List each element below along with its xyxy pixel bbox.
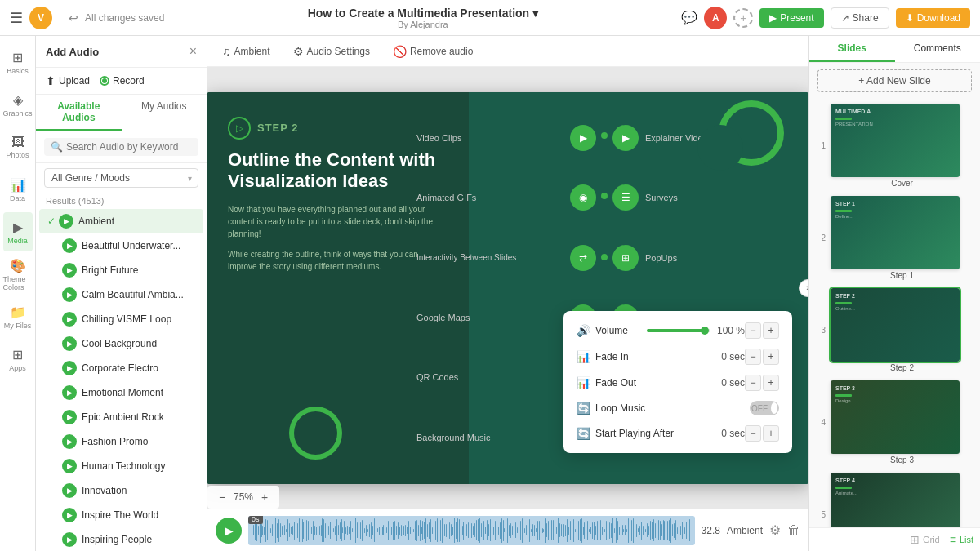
slide-thumb-2[interactable]: 2 STEP 1 Define... Step 1 [814, 194, 975, 282]
volume-handle[interactable] [701, 327, 709, 335]
play-icon[interactable]: ▶ [62, 287, 77, 302]
loop-toggle[interactable]: OFF [750, 401, 779, 415]
audio-item-innovation[interactable]: ▶ Innovation [39, 478, 203, 503]
audio-item-cool[interactable]: ▶ Cool Background [39, 331, 203, 356]
sidebar-item-apps[interactable]: ⊞ Apps [3, 340, 33, 379]
sidebar-item-theme[interactable]: 🎨 Theme Colors [3, 255, 33, 294]
slide-thumb-4[interactable]: 4 STEP 3 Design... Step 3 [814, 379, 975, 466]
document-title[interactable]: How to Create a Multimedia Presentation … [164, 7, 681, 20]
tab-my-audios[interactable]: My Audios [122, 95, 207, 131]
record-button[interactable]: Record [100, 75, 145, 87]
waveform-bar [561, 524, 562, 536]
sidebar-item-data[interactable]: 📊 Data [3, 170, 33, 209]
start-increase-button[interactable]: + [763, 425, 779, 442]
ambient-music-icon: ♫ [222, 45, 231, 58]
waveform-settings-icon[interactable]: ⚙ [769, 522, 781, 538]
play-icon[interactable]: ▶ [62, 312, 77, 327]
play-icon[interactable]: ▶ [62, 532, 77, 547]
share-button[interactable]: ↗ Share [831, 7, 889, 29]
chat-icon[interactable]: 💬 [681, 10, 697, 25]
add-collaborator-icon[interactable]: + [733, 8, 753, 28]
audio-item-bright[interactable]: ▶ Bright Future [39, 258, 203, 282]
play-icon[interactable]: ▶ [62, 238, 77, 253]
waveform-bar [328, 526, 329, 535]
grid-view-button[interactable]: ⊞ [906, 531, 923, 548]
search-input[interactable] [66, 141, 192, 153]
sidebar-item-media[interactable]: ▶ Media [3, 212, 33, 251]
play-icon[interactable]: ▶ [62, 483, 77, 498]
volume-slider[interactable] [647, 329, 710, 332]
add-new-slide-button[interactable]: + Add New Slide [817, 69, 972, 92]
fade-in-increase-button[interactable]: + [763, 349, 779, 365]
photos-label: Photos [6, 151, 29, 159]
waveform-bar [630, 525, 630, 536]
fade-out-increase-button[interactable]: + [763, 375, 779, 391]
waveform-bar [619, 527, 620, 535]
sidebar-item-photos[interactable]: 🖼 Photos [3, 127, 33, 167]
audio-settings-button[interactable]: ⚙ Audio Settings [288, 42, 375, 61]
audio-item-inspire[interactable]: ▶ Inspire The World [39, 503, 203, 527]
sidebar-item-basics[interactable]: ⊞ Basics [3, 42, 33, 82]
fade-in-decrease-button[interactable]: − [745, 349, 761, 365]
audio-item-emotional[interactable]: ▶ Emotional Moment [39, 380, 203, 405]
waveform-bar [390, 519, 390, 542]
audio-item-corporate[interactable]: ▶ Corporate Electro [39, 356, 203, 380]
slide-thumb-5[interactable]: 5 STEP 4 Animate... Step 4 [814, 471, 975, 527]
document-subtitle: By Alejandra [164, 20, 681, 29]
audio-item-beautiful[interactable]: ▶ Beautiful Underwater... [39, 233, 203, 258]
audio-item-human[interactable]: ▶ Human Technology [39, 454, 203, 478]
upload-button[interactable]: ⬆ Upload [46, 74, 90, 87]
tab-comments[interactable]: Comments [895, 36, 981, 62]
audio-item-inspiring[interactable]: ▶ Inspiring People [39, 527, 203, 551]
present-button[interactable]: ▶ Present [760, 8, 823, 28]
delete-track-icon[interactable]: 🗑 [787, 523, 800, 538]
remove-audio-button[interactable]: 🚫 Remove audio [388, 42, 478, 61]
waveform-bar [405, 525, 406, 536]
play-icon[interactable]: ▶ [62, 508, 77, 522]
tab-slides[interactable]: Slides [809, 36, 895, 62]
waveform-bar [319, 526, 320, 535]
audio-close-button[interactable]: × [189, 44, 197, 59]
download-button[interactable]: ⬇ Download [896, 8, 970, 28]
right-panel-tabs: Slides Comments [809, 36, 980, 63]
sidebar-item-graphics[interactable]: ◈ Graphics [3, 85, 33, 124]
play-icon[interactable]: ▶ [62, 434, 77, 449]
fade-out-decrease-button[interactable]: − [745, 375, 761, 391]
list-view-button[interactable]: ≡ [947, 531, 960, 548]
waveform-bar [323, 519, 324, 542]
start-decrease-button[interactable]: − [745, 425, 761, 442]
waveform-bar [386, 527, 387, 533]
slide-thumb-container: STEP 3 Design... Step 3 [831, 380, 973, 464]
audio-item-chilling[interactable]: ▶ Chilling VISME Loop [39, 307, 203, 331]
zoom-in-button[interactable]: + [256, 489, 273, 505]
waveform-bar [403, 526, 404, 535]
play-icon[interactable]: ▶ [62, 459, 77, 473]
zoom-out-button[interactable]: − [214, 489, 230, 505]
menu-icon[interactable]: ☰ [10, 9, 23, 27]
waveform-bar [658, 520, 659, 540]
slide-thumb-3[interactable]: 3 STEP 2 Outline... Step 2 [814, 287, 975, 374]
audio-item-ambient[interactable]: ✓ ▶ Ambient [39, 209, 203, 233]
waveform-bar [286, 529, 287, 532]
genre-select[interactable]: All Genre / Moods [44, 168, 198, 188]
play-icon[interactable]: ▶ [62, 385, 77, 400]
play-icon[interactable]: ▶ [62, 410, 77, 424]
slide-thumb-1[interactable]: 1 MULTIMEDIA PRESENTATION Cover [814, 102, 975, 189]
play-icon[interactable]: ▶ [62, 336, 77, 351]
volume-increase-button[interactable]: + [763, 322, 779, 339]
undo-icon[interactable]: ↩ [69, 11, 78, 24]
waveform-bar [611, 523, 612, 538]
play-icon[interactable]: ▶ [62, 361, 77, 375]
tab-available-audios[interactable]: Available Audios [36, 95, 122, 131]
audio-item-fashion[interactable]: ▶ Fashion Promo [39, 429, 203, 454]
play-button[interactable]: ▶ [216, 518, 242, 544]
play-icon[interactable]: ▶ [59, 214, 74, 229]
play-icon[interactable]: ▶ [62, 263, 77, 278]
audio-item-calm[interactable]: ▶ Calm Beautiful Ambia... [39, 282, 203, 307]
waveform-bar [490, 519, 491, 541]
audio-item-epic[interactable]: ▶ Epic Ambient Rock [39, 405, 203, 429]
ambient-button[interactable]: ♫ Ambient [217, 42, 275, 61]
waveform-bar [520, 521, 521, 540]
volume-decrease-button[interactable]: − [745, 322, 761, 339]
sidebar-item-myfiles[interactable]: 📁 My Files [3, 297, 33, 336]
